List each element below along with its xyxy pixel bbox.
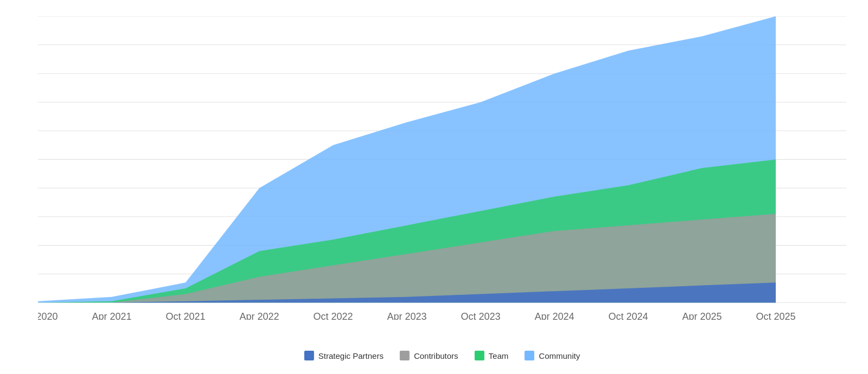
svg-text:Apr 2023: Apr 2023 [387, 311, 427, 320]
legend-item-strategic-partners: Strategic Partners [304, 351, 384, 360]
x-axis-labels: Oct 2020 Apr 2021 Oct 2021 Apr 2022 Oct … [38, 311, 795, 320]
team-label: Team [489, 351, 509, 360]
svg-text:Oct 2024: Oct 2024 [609, 311, 648, 320]
svg-text:Apr 2022: Apr 2022 [240, 311, 279, 320]
legend-item-community: Community [525, 351, 580, 360]
svg-text:Oct 2023: Oct 2023 [461, 311, 501, 320]
chart-legend: Strategic Partners Contributors Team Com… [304, 351, 580, 360]
svg-text:Apr 2025: Apr 2025 [682, 311, 722, 320]
community-label: Community [539, 351, 580, 360]
svg-text:Oct 2025: Oct 2025 [756, 311, 796, 320]
strategic-partners-label: Strategic Partners [318, 351, 384, 360]
svg-text:Apr 2021: Apr 2021 [92, 311, 132, 320]
chart-area: 0% 10% 20% 30% 40% 50% 60% 70% 80% 90% 1… [38, 16, 846, 320]
svg-text:Oct 2022: Oct 2022 [314, 311, 353, 320]
svg-text:Oct 2020: Oct 2020 [38, 311, 58, 320]
legend-item-team: Team [475, 351, 509, 360]
community-swatch [525, 351, 534, 360]
svg-text:Apr 2024: Apr 2024 [535, 311, 575, 320]
legend-item-contributors: Contributors [400, 351, 458, 360]
team-swatch [475, 351, 484, 360]
strategic-partners-swatch [304, 351, 314, 360]
contributors-swatch [400, 351, 410, 360]
svg-text:Oct 2021: Oct 2021 [166, 311, 206, 320]
chart-container: 0% 10% 20% 30% 40% 50% 60% 70% 80% 90% 1… [0, 0, 868, 374]
contributors-label: Contributors [414, 351, 458, 360]
chart-svg: 0% 10% 20% 30% 40% 50% 60% 70% 80% 90% 1… [38, 16, 846, 320]
